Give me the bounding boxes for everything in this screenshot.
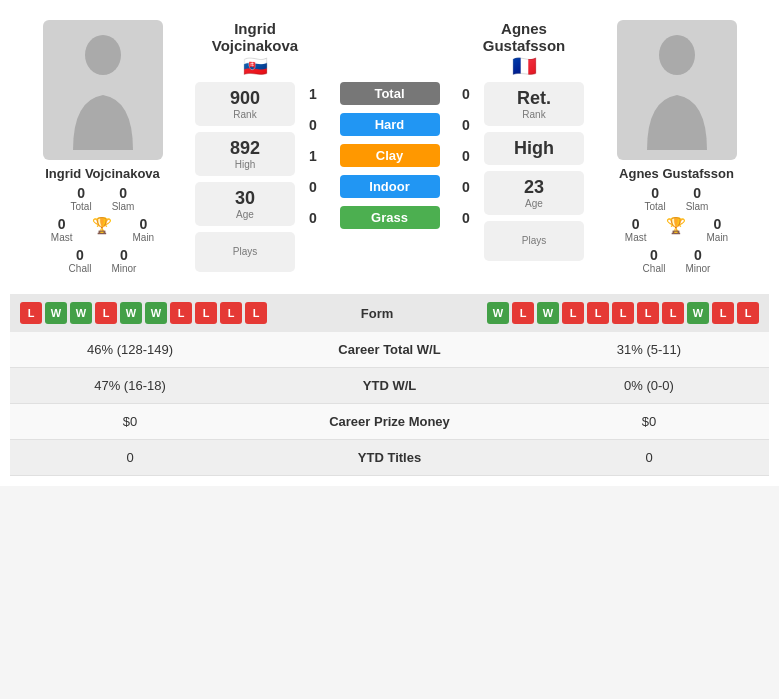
left-player-section: Ingrid Vojcinakova 0 Total 0 Slam 0 Mast… (20, 20, 185, 274)
form-badge: L (587, 302, 609, 324)
player2-main-label: Main (706, 232, 728, 243)
player2-mast-stat: 0 Mast (625, 216, 647, 243)
player1-rank-box: 900 Rank (195, 82, 295, 126)
stats-p1-value: 0 (30, 450, 230, 465)
player1-high-box: 892 High (195, 132, 295, 176)
player2-minor-stat: 0 Minor (685, 247, 710, 274)
player1-slam-label: Slam (112, 201, 135, 212)
player2-main-stat: 0 Main (706, 216, 728, 243)
surface-grass-row: 0 Grass 0 (303, 206, 476, 229)
stats-table: 46% (128-149)Career Total W/L31% (5-11)4… (10, 332, 769, 476)
form-badge: L (20, 302, 42, 324)
form-badge: L (637, 302, 659, 324)
form-badge: L (737, 302, 759, 324)
player1-mast-stat: 0 Mast (51, 216, 73, 243)
stats-row: 47% (16-18)YTD W/L0% (0-0) (10, 368, 769, 404)
player2-name: Agnes Gustafsson (619, 166, 734, 181)
player1-avatar (43, 20, 163, 160)
player1-form-badges: LWWLWWLLLL (20, 302, 267, 324)
player1-chall-label: Chall (69, 263, 92, 274)
player2-stats-row2: 0 Mast 🏆 0 Main (625, 216, 728, 243)
form-badge: L (562, 302, 584, 324)
form-badge: W (120, 302, 142, 324)
player1-silhouette (63, 30, 143, 150)
badge-indoor: Indoor (340, 175, 440, 198)
player2-stats-row3: 0 Chall 0 Minor (643, 247, 711, 274)
player2-chall-stat: 0 Chall (643, 247, 666, 274)
form-badge: W (537, 302, 559, 324)
form-badge: W (70, 302, 92, 324)
player2-slam-value: 0 (693, 185, 701, 201)
player1-name-center: Ingrid Vojcinakova 🇸🇰 (195, 20, 315, 78)
badge-grass: Grass (340, 206, 440, 229)
right-player-section: Agnes Gustafsson 0 Total 0 Slam 0 Mast 🏆 (594, 20, 759, 274)
player2-name-center: Agnes Gustafsson 🇫🇷 (464, 20, 584, 78)
player2-total-value: 0 (651, 185, 659, 201)
stats-row: $0Career Prize Money$0 (10, 404, 769, 440)
player2-flag: 🇫🇷 (464, 54, 584, 78)
svg-point-0 (85, 35, 121, 75)
player1-stats-row2: 0 Mast 🏆 0 Main (51, 216, 154, 243)
player1-chall-stat: 0 Chall (69, 247, 92, 274)
stats-label: YTD W/L (230, 378, 549, 393)
player2-slam-stat: 0 Slam (686, 185, 709, 212)
stats-p2-value: 0% (0-0) (549, 378, 749, 393)
stats-row: 46% (128-149)Career Total W/L31% (5-11) (10, 332, 769, 368)
player2-total-label: Total (645, 201, 666, 212)
player1-main-label: Main (132, 232, 154, 243)
stats-label: Career Total W/L (230, 342, 549, 357)
surface-total-row: 1 Total 0 (303, 82, 476, 105)
player1-stats-col: 900 Rank 892 High 30 Age Plays (195, 82, 295, 272)
player2-rank-box: Ret. Rank (484, 82, 584, 126)
player1-stats-row1: 0 Total 0 Slam (71, 185, 135, 212)
player2-main-value: 0 (713, 216, 721, 232)
form-badge: L (612, 302, 634, 324)
player1-slam-value: 0 (119, 185, 127, 201)
player2-age-box: 23 Age (484, 171, 584, 215)
player1-chall-value: 0 (76, 247, 84, 263)
player2-stats-row1: 0 Total 0 Slam (645, 185, 709, 212)
player2-slam-label: Slam (686, 201, 709, 212)
player1-minor-value: 0 (120, 247, 128, 263)
player1-minor-stat: 0 Minor (111, 247, 136, 274)
badge-clay: Clay (340, 144, 440, 167)
player1-main-value: 0 (139, 216, 147, 232)
form-section: LWWLWWLLLL Form WLWLLLLLWLL (10, 294, 769, 332)
player1-total-value: 0 (77, 185, 85, 201)
form-badge: L (220, 302, 242, 324)
stats-p2-value: $0 (549, 414, 749, 429)
form-badge: L (195, 302, 217, 324)
inner-center: 900 Rank 892 High 30 Age Plays (195, 82, 584, 272)
form-badge: L (95, 302, 117, 324)
player2-minor-label: Minor (685, 263, 710, 274)
surface-clay-row: 1 Clay 0 (303, 144, 476, 167)
badge-total: Total (340, 82, 440, 105)
form-badge: W (45, 302, 67, 324)
player1-main-stat: 0 Main (132, 216, 154, 243)
svg-point-1 (659, 35, 695, 75)
player1-total-stat: 0 Total (71, 185, 92, 212)
player1-trophy-icon: 🏆 (92, 216, 112, 243)
player2-form-badges: WLWLLLLLWLL (487, 302, 759, 324)
surfaces-col: 1 Total 0 0 Hard 0 1 Clay 0 (303, 82, 476, 272)
player1-age-box: 30 Age (195, 182, 295, 226)
player2-minor-value: 0 (694, 247, 702, 263)
stats-label: YTD Titles (230, 450, 549, 465)
form-badge: W (687, 302, 709, 324)
player1-mast-value: 0 (58, 216, 66, 232)
stats-p1-value: 47% (16-18) (30, 378, 230, 393)
player1-minor-label: Minor (111, 263, 136, 274)
stats-p1-value: $0 (30, 414, 230, 429)
top-layout: Ingrid Vojcinakova 0 Total 0 Slam 0 Mast… (10, 10, 769, 284)
surface-indoor-row: 0 Indoor 0 (303, 175, 476, 198)
player2-avatar (617, 20, 737, 160)
stats-p2-value: 0 (549, 450, 749, 465)
form-badge: L (245, 302, 267, 324)
center-section: Ingrid Vojcinakova 🇸🇰 Agnes Gustafsson 🇫… (185, 20, 594, 272)
names-row: Ingrid Vojcinakova 🇸🇰 Agnes Gustafsson 🇫… (195, 20, 584, 78)
player2-silhouette (637, 30, 717, 150)
player2-trophy-icon: 🏆 (666, 216, 686, 243)
stats-label: Career Prize Money (230, 414, 549, 429)
player1-name: Ingrid Vojcinakova (45, 166, 160, 181)
stats-row: 0YTD Titles0 (10, 440, 769, 476)
